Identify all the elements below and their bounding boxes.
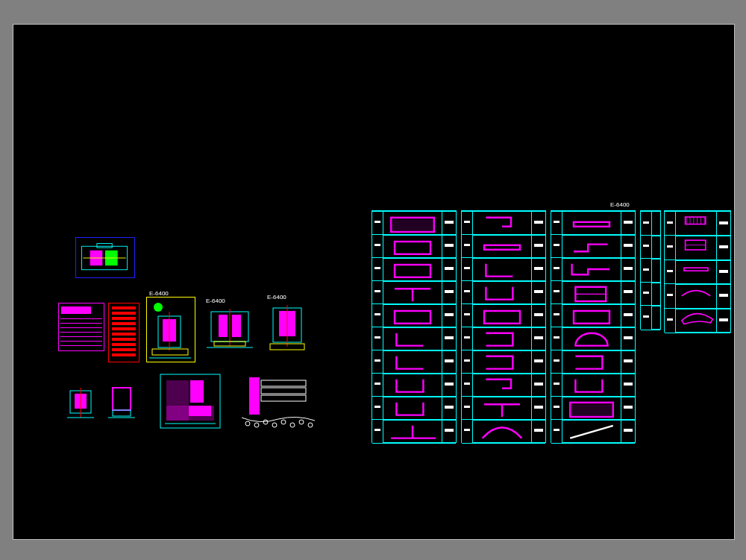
catalog-row[interactable] <box>551 327 635 351</box>
catalog-row[interactable] <box>551 373 635 397</box>
catalog-row[interactable] <box>372 211 456 236</box>
catalog-row[interactable] <box>665 283 730 309</box>
profile-cell <box>383 397 442 420</box>
catalog-row[interactable] <box>665 259 730 285</box>
profile-cell <box>676 309 716 333</box>
catalog-row[interactable] <box>665 211 730 236</box>
catalog-row[interactable] <box>462 234 545 259</box>
row-index <box>551 327 562 350</box>
catalog-row[interactable] <box>551 396 635 421</box>
catalog-row[interactable] <box>551 257 635 282</box>
catalog-row[interactable] <box>372 373 456 397</box>
model-space[interactable]: E-6400 E-6400 E-6400 E-6400 <box>13 25 734 539</box>
catalog-row[interactable] <box>665 308 730 333</box>
catalog-cat-1[interactable] <box>372 210 457 443</box>
catalog-row[interactable] <box>372 396 456 421</box>
catalog-row[interactable] <box>551 211 635 236</box>
row-index <box>372 350 383 374</box>
profile-cell <box>562 235 621 258</box>
catalog-row[interactable] <box>665 235 730 260</box>
catalog-row[interactable] <box>372 280 456 305</box>
profile-cell <box>473 397 531 420</box>
row-index <box>665 236 676 259</box>
catalog-row[interactable] <box>372 350 456 374</box>
svg-point-44 <box>290 423 295 427</box>
row-code <box>621 258 635 281</box>
catalog-row[interactable] <box>462 396 545 421</box>
detail-section-a[interactable] <box>146 297 195 362</box>
catalog-row[interactable] <box>462 280 545 305</box>
svg-rect-9 <box>152 349 188 355</box>
row-index <box>665 212 676 236</box>
catalog-row[interactable] <box>641 258 660 283</box>
row-code <box>442 235 456 258</box>
catalog-cat-3[interactable] <box>551 210 636 443</box>
row-code <box>531 235 545 258</box>
row-code <box>442 304 456 327</box>
row-code <box>621 281 635 304</box>
catalog-row[interactable] <box>462 257 545 282</box>
catalog-row[interactable] <box>551 350 635 374</box>
profile-cell <box>473 304 531 327</box>
row-code <box>621 327 635 350</box>
catalog-row[interactable] <box>551 280 635 305</box>
small-1-drawing <box>66 385 97 422</box>
svg-point-42 <box>272 423 277 427</box>
detail-section-b[interactable] <box>204 304 257 353</box>
row-index <box>372 397 383 420</box>
profile-cell <box>473 374 531 397</box>
catalog-cat-4[interactable] <box>640 210 661 330</box>
catalog-row[interactable] <box>462 327 545 351</box>
profile-cell <box>676 284 716 308</box>
detail-corner[interactable] <box>159 373 222 431</box>
catalog-row[interactable] <box>641 305 660 330</box>
catalog-row[interactable] <box>551 303 635 328</box>
corner-drawing <box>159 373 222 431</box>
catalog-row[interactable] <box>462 350 545 374</box>
row-code <box>621 304 635 327</box>
catalog-row[interactable] <box>372 257 456 282</box>
catalog-row[interactable] <box>641 235 660 260</box>
sill-drawing <box>237 373 319 432</box>
section-b-drawing <box>204 304 257 353</box>
section-a-drawing <box>146 297 195 362</box>
svg-rect-35 <box>249 377 260 415</box>
detail-sill[interactable] <box>237 373 319 432</box>
catalog-row[interactable] <box>641 211 660 236</box>
catalog-row[interactable] <box>372 303 456 328</box>
catalog-row[interactable] <box>462 373 545 397</box>
svg-rect-53 <box>484 311 520 324</box>
assembly-drawing <box>78 239 133 277</box>
detail-small-1[interactable] <box>66 385 97 422</box>
catalog-row[interactable] <box>372 419 456 444</box>
catalog-row[interactable] <box>462 303 545 328</box>
profile-cell <box>562 374 621 397</box>
catalog-row[interactable] <box>462 419 545 444</box>
profile-cell <box>562 397 621 420</box>
detail-small-2[interactable] <box>107 383 138 421</box>
legend[interactable] <box>108 303 140 362</box>
catalog-row[interactable] <box>372 234 456 259</box>
catalog-cat-5[interactable] <box>664 210 731 333</box>
svg-point-45 <box>299 420 304 424</box>
svg-point-39 <box>245 421 250 426</box>
detail-section-c[interactable] <box>266 301 310 355</box>
row-code <box>716 284 730 308</box>
catalog-row[interactable] <box>641 282 660 307</box>
catalog-row[interactable] <box>372 327 456 351</box>
svg-point-46 <box>308 423 313 427</box>
row-code <box>531 374 545 397</box>
svg-rect-48 <box>391 218 434 232</box>
row-code <box>442 350 456 374</box>
row-index <box>665 284 676 308</box>
detail-assembly[interactable] <box>75 237 135 278</box>
profile-cell <box>383 350 442 374</box>
catalog-row[interactable] <box>462 211 545 236</box>
row-index <box>462 420 473 443</box>
row-index <box>462 304 473 327</box>
profile-cell <box>383 420 442 443</box>
catalog-row[interactable] <box>551 419 635 444</box>
catalog-cat-2[interactable] <box>461 210 546 443</box>
title-block[interactable] <box>58 303 104 351</box>
catalog-row[interactable] <box>551 234 635 259</box>
